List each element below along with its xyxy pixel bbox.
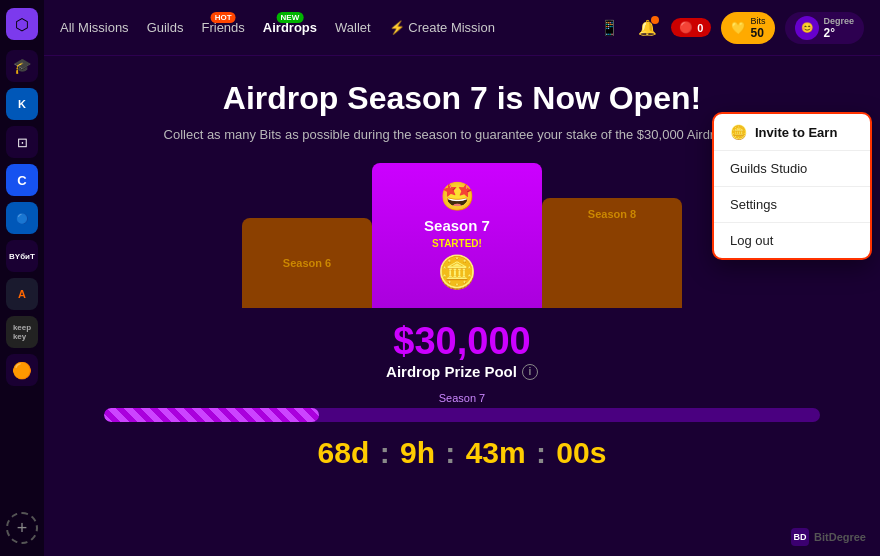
season7-emoji: 🤩	[440, 180, 475, 213]
countdown: 68d : 9h : 43m : 00s	[44, 428, 880, 476]
countdown-days: 68d	[318, 436, 370, 469]
progress-label: Season 7	[104, 392, 820, 404]
mobile-icon-button[interactable]: 📱	[595, 14, 623, 42]
sidebar-logo[interactable]: ⬡	[6, 8, 38, 40]
nav-right: 📱 🔔 🔴 0 💛 Bits 50 😊 Degree 2°	[595, 12, 864, 44]
watermark: BD BitDegree	[791, 528, 866, 546]
sidebar-add-button[interactable]: +	[6, 512, 38, 544]
dropdown-invite-label: Invite to Earn	[755, 125, 837, 140]
season7-started: STARTED!	[432, 238, 482, 249]
dropdown-invite[interactable]: 🪙 Invite to Earn	[714, 114, 870, 151]
new-badge: NEW	[277, 12, 304, 23]
sidebar-item-bybit[interactable]: BYбиT	[6, 240, 38, 272]
countdown-minutes: 43m	[466, 436, 526, 469]
bits-icon: 💛	[731, 21, 746, 35]
dropdown-guilds-studio-label: Guilds Studio	[730, 161, 807, 176]
nav-guilds[interactable]: Guilds	[147, 20, 184, 35]
prize-label: Airdrop Prize Pool i	[44, 363, 880, 380]
prize-amount: $30,000	[44, 320, 880, 363]
content-area: Airdrop Season 7 is Now Open! Collect as…	[44, 56, 880, 556]
nav-links: All Missions Guilds HOT Friends NEW Aird…	[60, 20, 575, 35]
prize-pool: $30,000 Airdrop Prize Pool i	[44, 308, 880, 386]
sidebar-item-capture[interactable]: ⊡	[6, 126, 38, 158]
countdown-sep2: :	[445, 436, 463, 469]
nav-create-mission[interactable]: ⚡ Create Mission	[389, 20, 495, 35]
sidebar-item-bitdegree[interactable]: 🎓	[6, 50, 38, 82]
info-icon[interactable]: i	[522, 364, 538, 380]
avatar: 😊	[795, 16, 819, 40]
sidebar-item-coinbase[interactable]: C	[6, 164, 38, 196]
season-cards: Season 6 🤩 Season 7 STARTED! 🪙 Season 8	[202, 158, 722, 308]
nav-airdrops[interactable]: NEW Airdrops	[263, 20, 317, 35]
progress-section: Season 7	[44, 386, 880, 428]
notification-button[interactable]: 🔔	[633, 14, 661, 42]
countdown-hours: 9h	[400, 436, 435, 469]
sidebar-item-kucoin[interactable]: K	[6, 88, 38, 120]
nav-all-missions[interactable]: All Missions	[60, 20, 129, 35]
invite-coin-icon: 🪙	[730, 124, 747, 140]
watermark-icon: BD	[791, 528, 809, 546]
notification-dot	[651, 16, 659, 24]
dropdown-guilds-studio[interactable]: Guilds Studio	[714, 151, 870, 187]
main-area: All Missions Guilds HOT Friends NEW Aird…	[44, 0, 880, 556]
countdown-sep3: :	[536, 436, 554, 469]
dropdown-menu: 🪙 Invite to Earn Guilds Studio Settings …	[712, 112, 872, 260]
dropdown-settings-label: Settings	[730, 197, 777, 212]
sidebar: ⬡ 🎓 K ⊡ C 🔵 BYбиT A keepkey 🟠 +	[0, 0, 44, 556]
hot-badge: HOT	[211, 12, 236, 23]
red-count: 0	[697, 22, 703, 34]
dropdown-logout[interactable]: Log out	[714, 223, 870, 258]
season8-card[interactable]: Season 8	[542, 198, 682, 308]
sidebar-item-keepkey[interactable]: keepkey	[6, 316, 38, 348]
red-icon: 🔴	[679, 21, 693, 34]
dropdown-settings[interactable]: Settings	[714, 187, 870, 223]
dropdown-logout-label: Log out	[730, 233, 773, 248]
watermark-label: BitDegree	[814, 531, 866, 543]
degree-value: 2°	[823, 26, 854, 40]
sidebar-item-aront[interactable]: A	[6, 278, 38, 310]
season7-label: Season 7	[424, 217, 490, 234]
nav-wallet[interactable]: Wallet	[335, 20, 371, 35]
season7-card[interactable]: 🤩 Season 7 STARTED! 🪙	[372, 163, 542, 308]
countdown-sep1: :	[380, 436, 398, 469]
bits-value: 50	[750, 26, 765, 40]
nav-friends[interactable]: HOT Friends	[201, 20, 244, 35]
bits-pill[interactable]: 💛 Bits 50	[721, 12, 775, 44]
sidebar-item-app9[interactable]: 🟠	[6, 354, 38, 386]
red-count-badge[interactable]: 🔴 0	[671, 18, 711, 37]
progress-bar	[104, 408, 820, 422]
degree-pill[interactable]: 😊 Degree 2°	[785, 12, 864, 44]
degree-label: Degree	[823, 16, 854, 26]
sidebar-item-app5[interactable]: 🔵	[6, 202, 38, 234]
season6-card[interactable]: Season 6	[242, 218, 372, 308]
progress-bar-fill	[104, 408, 319, 422]
season7-coin: 🪙	[437, 253, 477, 291]
countdown-seconds: 00s	[556, 436, 606, 469]
topnav: All Missions Guilds HOT Friends NEW Aird…	[44, 0, 880, 56]
